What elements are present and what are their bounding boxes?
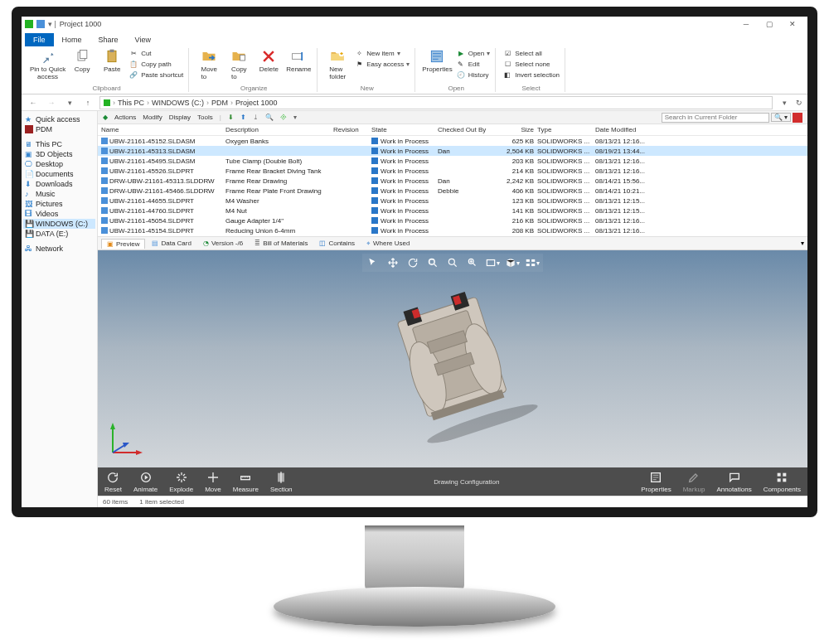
pv-zoom-window-button[interactable]: [465, 255, 480, 270]
preview-viewport[interactable]: ▾ ▾ ▾: [98, 250, 807, 467]
copy-to-button[interactable]: Copy to: [225, 48, 252, 80]
pdm-tool-more[interactable]: ▾: [293, 114, 297, 121]
pv-configurations-button[interactable]: ▾: [525, 255, 540, 270]
sidebar-item-quick-access[interactable]: ★Quick access: [23, 114, 95, 124]
copy-button[interactable]: Copy: [69, 48, 95, 73]
bb-explode-button[interactable]: Explode: [169, 471, 193, 493]
file-row[interactable]: UBW-21161-45495.SLDASMTube Clamp (Double…: [98, 156, 807, 166]
search-button[interactable]: 🔍 ▾: [771, 113, 791, 122]
col-name[interactable]: Name: [101, 126, 225, 133]
tab-file[interactable]: File: [25, 33, 54, 46]
bb-properties-button[interactable]: Properties: [641, 471, 671, 493]
sidebar-item-network[interactable]: 🖧Network: [23, 244, 95, 254]
pdm-tool-get-icon[interactable]: ⤓: [253, 114, 259, 121]
alert-icon[interactable]: [793, 113, 802, 123]
file-row[interactable]: UBW-21161-45054.SLDPRTGauge Adapter 1/4"…: [98, 215, 807, 225]
up-button[interactable]: ↑: [81, 99, 95, 107]
bb-components-button[interactable]: Components: [764, 471, 801, 493]
file-row[interactable]: DRW-UBW-21161-45313.SLDDRWFrame Rear Dra…: [98, 176, 807, 186]
pdm-menu-actions[interactable]: Actions: [114, 114, 136, 121]
file-row[interactable]: UBW-21161-45154.SLDPRTReducing Union 6-4…: [98, 225, 807, 235]
paste-shortcut-button[interactable]: 🔗Paste shortcut: [128, 70, 183, 80]
minimize-button[interactable]: ─: [734, 17, 758, 31]
new-item-button[interactable]: ✧New item ▾: [354, 48, 410, 58]
file-row[interactable]: UBW-21161-45152.SLDASMOxygen BanksWork i…: [98, 136, 807, 146]
history-button[interactable]: 🕘History: [456, 70, 491, 80]
tabs-collapse-icon[interactable]: ▾: [801, 240, 804, 247]
tab-bom[interactable]: ≣Bill of Materials: [250, 239, 313, 248]
sidebar-item-windows-c[interactable]: 💾WINDOWS (C:): [23, 219, 95, 229]
pdm-tool-search-icon[interactable]: 🔍: [265, 114, 274, 121]
sidebar-item-thispc[interactable]: 🖥This PC: [23, 139, 95, 149]
col-modified[interactable]: Date Modified: [595, 126, 670, 133]
tab-home[interactable]: Home: [54, 33, 90, 46]
pv-select-button[interactable]: [366, 255, 381, 270]
paste-button[interactable]: Paste: [99, 48, 125, 73]
file-row[interactable]: UBW-21161-45313.SLDASMWork in ProcessDan…: [98, 146, 807, 156]
tab-datacard[interactable]: ▤Data Card: [147, 239, 196, 248]
file-row[interactable]: UBW-21161-45526.SLDPRTFrame Rear Bracket…: [98, 166, 807, 176]
col-description[interactable]: Description: [225, 126, 333, 133]
maximize-button[interactable]: ▢: [758, 17, 781, 31]
sidebar-item-desktop[interactable]: 🖵Desktop: [23, 159, 95, 169]
invert-selection-button[interactable]: ◧Invert selection: [502, 70, 560, 80]
back-button[interactable]: ←: [27, 99, 40, 107]
tab-preview[interactable]: ▣Preview: [101, 239, 145, 249]
file-row[interactable]: UBW-21161-44760.SLDPRTM4 NutWork in Proc…: [98, 206, 807, 215]
sidebar-item-music[interactable]: ♪Music: [23, 189, 95, 199]
pv-zoom-to-fit-button[interactable]: [425, 255, 440, 270]
pin-to-quick-access-button[interactable]: Pin to Quick access: [30, 48, 65, 80]
history-dropdown[interactable]: ▾: [63, 99, 76, 107]
select-all-button[interactable]: ☑Select all: [502, 48, 560, 58]
easy-access-button[interactable]: ⚑Easy access ▾: [354, 59, 410, 69]
sidebar-item-downloads[interactable]: ⬇Downloads: [23, 179, 95, 189]
col-size[interactable]: Size: [497, 126, 537, 133]
new-folder-button[interactable]: New folder: [324, 48, 351, 80]
tab-share[interactable]: Share: [90, 33, 127, 46]
pdm-tool-icon[interactable]: ◆: [103, 114, 108, 121]
bb-annotations-button[interactable]: Annotations: [716, 471, 751, 493]
delete-button[interactable]: Delete: [255, 48, 282, 73]
edit-button[interactable]: ✎Edit: [456, 59, 491, 69]
col-checkedout[interactable]: Checked Out By: [438, 126, 497, 133]
col-revision[interactable]: Revision: [333, 126, 371, 133]
search-input[interactable]: [662, 113, 769, 123]
refresh-button[interactable]: ↻: [796, 99, 802, 107]
col-type[interactable]: Type: [537, 126, 595, 133]
sidebar-item-pdm[interactable]: PDM: [23, 124, 95, 134]
tab-whereused[interactable]: ⌖Where Used: [361, 239, 414, 249]
pv-view-orientation-button[interactable]: ▾: [505, 255, 520, 270]
forward-button[interactable]: →: [45, 99, 58, 107]
sidebar-item-pictures[interactable]: 🖼Pictures: [23, 199, 95, 209]
select-none-button[interactable]: ☐Select none: [502, 59, 560, 69]
tab-version[interactable]: ◔Version -/6: [198, 239, 248, 248]
sidebar-item-data-e[interactable]: 💾DATA (E:): [23, 229, 95, 239]
open-button[interactable]: ▶Open ▾: [456, 48, 491, 58]
tab-contains[interactable]: ◫Contains: [314, 239, 360, 248]
sidebar-item-3dobjects[interactable]: ▣3D Objects: [23, 149, 95, 159]
bb-section-button[interactable]: Section: [270, 471, 293, 493]
cut-button[interactable]: ✂Cut: [128, 48, 183, 58]
pdm-tool-lock-icon[interactable]: 🞜: [280, 114, 287, 121]
sidebar-item-videos[interactable]: 🎞Videos: [23, 209, 95, 219]
col-state[interactable]: State: [371, 126, 438, 133]
addr-dropdown[interactable]: ▾: [778, 99, 791, 107]
bb-reset-button[interactable]: Reset: [104, 471, 122, 493]
breadcrumb[interactable]: › This PC› WINDOWS (C:)› PDM› Project 10…: [99, 96, 773, 109]
properties-button[interactable]: Properties: [422, 48, 452, 73]
file-row[interactable]: UBW-21161-44655.SLDPRTM4 WasherWork in P…: [98, 196, 807, 206]
pdm-tool-checkout-icon[interactable]: ⬇: [228, 114, 234, 121]
pv-rotate-button[interactable]: [405, 255, 420, 270]
bb-measure-button[interactable]: Measure: [233, 471, 259, 493]
move-to-button[interactable]: Move to: [196, 48, 222, 80]
close-button[interactable]: ✕: [781, 17, 804, 31]
down-caret-icon[interactable]: ▾ |: [48, 20, 56, 28]
pdm-menu-modify[interactable]: Modify: [143, 114, 162, 121]
tab-view[interactable]: View: [127, 33, 159, 46]
bb-animate-button[interactable]: Animate: [133, 471, 158, 493]
sidebar-item-documents[interactable]: 📄Documents: [23, 169, 95, 179]
pv-zoom-button[interactable]: [445, 255, 460, 270]
rename-button[interactable]: Rename: [285, 48, 312, 73]
bb-move-button[interactable]: Move: [205, 471, 221, 493]
pdm-menu-display[interactable]: Display: [169, 114, 191, 121]
